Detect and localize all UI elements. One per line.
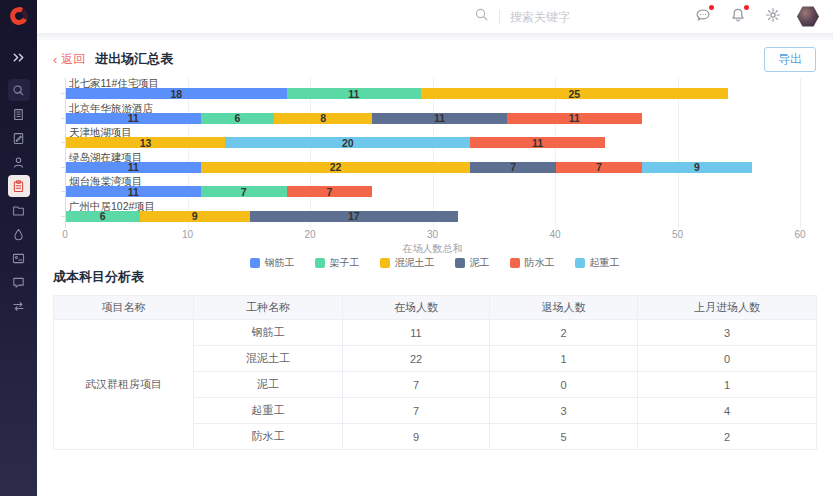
bar-segment-混泥土工[interactable]: 9 xyxy=(140,211,250,222)
bar-segment-防水工[interactable]: 11 xyxy=(507,113,642,124)
sidebar-item-document-edit[interactable] xyxy=(8,127,30,149)
sidebar-item-chat[interactable] xyxy=(8,271,30,293)
legend-swatch xyxy=(315,258,325,268)
double-chevron-right-icon xyxy=(11,50,26,65)
table-header-cell: 退场人数 xyxy=(490,296,638,320)
topbar xyxy=(37,0,833,33)
legend-swatch xyxy=(510,258,520,268)
chat-icon xyxy=(11,275,26,290)
table-cell: 泥工 xyxy=(194,372,343,398)
legend-item-混泥土工[interactable]: 混泥土工 xyxy=(380,256,435,270)
bar-segment-混泥土工[interactable]: 13 xyxy=(66,137,225,148)
bar-segment-架子工[interactable]: 7 xyxy=(201,186,287,197)
search-divider xyxy=(499,10,500,24)
bar-segment-钢筋工[interactable]: 18 xyxy=(66,88,287,99)
table-row: 武汉群租房项目钢筋工1123 xyxy=(54,320,817,346)
legend-label: 防水工 xyxy=(525,256,555,270)
chart-y-axis-line xyxy=(65,78,66,228)
table-cell: 22 xyxy=(343,346,490,372)
sidebar-item-building[interactable] xyxy=(8,103,30,125)
legend-label: 架子工 xyxy=(330,256,360,270)
legend-swatch xyxy=(455,258,465,268)
bar-segment-架子工[interactable]: 11 xyxy=(287,88,422,99)
search-icon xyxy=(11,83,26,98)
sidebar-item-drop[interactable] xyxy=(8,223,30,245)
document-edit-icon xyxy=(11,131,26,146)
bar-segment-泥工[interactable]: 11 xyxy=(372,113,507,124)
user-avatar[interactable] xyxy=(797,6,819,28)
sidebar-item-clipboard[interactable] xyxy=(8,175,30,197)
sidebar-item-card[interactable] xyxy=(8,247,30,269)
legend-item-起重工[interactable]: 起重工 xyxy=(575,256,620,270)
bar-segment-泥工[interactable]: 7 xyxy=(470,162,556,173)
legend-label: 泥工 xyxy=(470,256,490,270)
bar-segment-起重工[interactable]: 9 xyxy=(642,162,752,173)
legend-item-钢筋工[interactable]: 钢筋工 xyxy=(250,256,295,270)
page-title: 进出场汇总表 xyxy=(95,50,173,68)
bar-segment-泥工[interactable]: 17 xyxy=(250,211,458,222)
sidebar-menu xyxy=(8,79,30,319)
table-cell: 11 xyxy=(343,320,490,346)
messages-button[interactable] xyxy=(695,7,711,27)
sidebar-item-search[interactable] xyxy=(8,79,30,101)
bar-segment-混泥土工[interactable]: 8 xyxy=(274,113,372,124)
chart-category-tick xyxy=(61,142,65,143)
table-head: 项目名称工种名称在场人数退场人数上月进场人数 xyxy=(54,296,817,320)
table-cell: 4 xyxy=(638,398,817,424)
notification-dot xyxy=(744,5,749,10)
x-tick-label: 60 xyxy=(794,229,805,240)
back-button[interactable]: ‹ 返回 xyxy=(53,51,85,68)
sidebar-item-transfer[interactable] xyxy=(8,295,30,317)
table-cell: 5 xyxy=(490,424,638,450)
sidebar-item-folder[interactable] xyxy=(8,199,30,221)
chart-bar: 6917 xyxy=(66,211,458,222)
page-header: ‹ 返回 进出场汇总表 导出 xyxy=(53,48,816,70)
legend-label: 钢筋工 xyxy=(265,256,295,270)
transfer-icon xyxy=(11,299,26,314)
settings-button[interactable] xyxy=(765,7,781,27)
chart-x-ticks: 0102030405060 xyxy=(65,229,800,241)
back-label: 返回 xyxy=(61,51,85,68)
drop-icon xyxy=(11,227,26,242)
building-icon xyxy=(11,107,26,122)
clipboard-icon xyxy=(11,179,26,194)
table-header-cell: 工种名称 xyxy=(194,296,343,320)
bar-segment-起重工[interactable]: 20 xyxy=(225,137,470,148)
chart-bar: 132011 xyxy=(66,137,605,148)
sidebar-item-user[interactable] xyxy=(8,151,30,173)
x-tick-label: 20 xyxy=(304,229,315,240)
table-cell: 2 xyxy=(638,424,817,450)
bar-segment-钢筋工[interactable]: 11 xyxy=(66,113,201,124)
legend-item-泥工[interactable]: 泥工 xyxy=(455,256,490,270)
legend-item-架子工[interactable]: 架子工 xyxy=(315,256,360,270)
entry-exit-chart: 北七家11#住宅项目181125北京年华旅游酒店11681111天津地湖项目13… xyxy=(53,78,816,262)
bar-segment-钢筋工[interactable]: 11 xyxy=(66,162,201,173)
user-icon xyxy=(11,155,26,170)
legend-item-防水工[interactable]: 防水工 xyxy=(510,256,555,270)
chart-gridline xyxy=(678,78,679,228)
bar-segment-混泥土工[interactable]: 25 xyxy=(421,88,727,99)
sidebar xyxy=(0,0,37,496)
chart-gridline xyxy=(433,78,434,228)
chart-bar: 181125 xyxy=(66,88,728,99)
main-area: ‹ 返回 进出场汇总表 导出 北七家11#住宅项目181125北京年华旅游酒店1… xyxy=(37,0,833,496)
export-button[interactable]: 导出 xyxy=(764,47,816,72)
bar-segment-钢筋工[interactable]: 11 xyxy=(66,186,201,197)
chart-category-tick xyxy=(61,216,65,217)
card-icon xyxy=(11,251,26,266)
bar-segment-防水工[interactable]: 7 xyxy=(556,162,642,173)
bar-segment-防水工[interactable]: 7 xyxy=(287,186,373,197)
content: ‹ 返回 进出场汇总表 导出 北七家11#住宅项目181125北京年华旅游酒店1… xyxy=(37,40,833,496)
bar-segment-防水工[interactable]: 11 xyxy=(470,137,605,148)
x-tick-label: 0 xyxy=(62,229,68,240)
sidebar-collapse-button[interactable] xyxy=(11,50,26,65)
search-input[interactable] xyxy=(510,10,620,24)
bar-segment-架子工[interactable]: 6 xyxy=(66,211,140,222)
chart-gridline xyxy=(310,78,311,228)
legend-label: 起重工 xyxy=(590,256,620,270)
notifications-button[interactable] xyxy=(730,7,746,27)
bar-segment-架子工[interactable]: 6 xyxy=(201,113,275,124)
x-tick-label: 30 xyxy=(427,229,438,240)
x-tick-label: 40 xyxy=(549,229,560,240)
bar-segment-混泥土工[interactable]: 22 xyxy=(201,162,471,173)
